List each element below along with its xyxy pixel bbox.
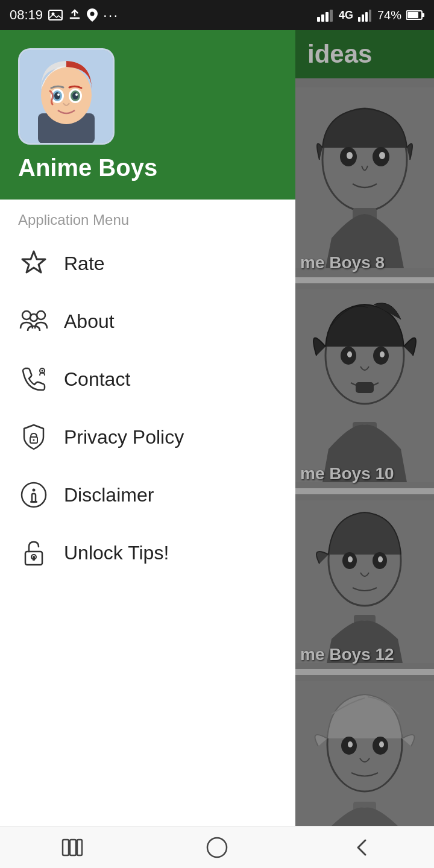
app-avatar-image	[20, 50, 113, 143]
svg-rect-75	[77, 840, 82, 855]
upload-icon	[68, 8, 81, 22]
menu-item-unlock[interactable]: Unlock Tips!	[6, 524, 289, 582]
svg-rect-73	[63, 840, 69, 855]
rate-label: Rate	[64, 253, 105, 275]
svg-point-32	[90, 12, 95, 16]
svg-rect-68	[30, 501, 37, 503]
recent-apps-icon	[61, 838, 83, 857]
menu-item-rate[interactable]: Rate	[6, 234, 289, 292]
info-circle-icon	[19, 480, 48, 509]
status-left: 08:19 ···	[10, 7, 119, 24]
back-icon	[352, 838, 371, 857]
svg-point-76	[207, 838, 227, 857]
disclaimer-label: Disclaimer	[64, 484, 154, 506]
people-icon	[19, 307, 48, 336]
more-icon: ···	[103, 7, 119, 24]
about-label: About	[64, 310, 115, 333]
menu-item-about[interactable]: About	[6, 292, 289, 350]
signal-icon	[317, 8, 334, 22]
drawer-scrim[interactable]	[295, 30, 434, 826]
svg-point-72	[33, 556, 35, 558]
recent-apps-button[interactable]	[48, 832, 96, 863]
network-badge: 4G	[339, 9, 353, 22]
star-icon	[19, 249, 48, 278]
image-icon	[48, 9, 63, 21]
svg-rect-36	[330, 10, 333, 22]
status-bar: 08:19 ··· 4G 74%	[0, 0, 434, 30]
svg-point-52	[54, 92, 60, 99]
lock-open-icon	[19, 538, 48, 567]
contact-label: Contact	[64, 368, 130, 391]
rate-icon	[18, 248, 49, 279]
unlock-label: Unlock Tips!	[64, 542, 169, 564]
unlock-icon	[18, 537, 49, 568]
svg-rect-42	[422, 13, 424, 17]
about-icon	[18, 306, 49, 337]
shield-icon	[19, 423, 48, 451]
svg-rect-29	[49, 10, 62, 20]
privacy-icon	[18, 421, 49, 453]
privacy-label: Privacy Policy	[64, 426, 184, 448]
disclaimer-icon	[18, 479, 49, 511]
svg-rect-33	[317, 17, 320, 22]
svg-point-56	[72, 92, 78, 99]
svg-point-66	[33, 489, 36, 492]
home-button[interactable]	[193, 832, 241, 863]
location-icon	[86, 8, 98, 22]
svg-point-53	[57, 93, 60, 96]
menu-item-contact[interactable]: Contact	[6, 350, 289, 408]
menu-items-list: Rate About	[0, 234, 295, 826]
svg-rect-35	[326, 12, 329, 22]
svg-rect-38	[362, 14, 364, 22]
svg-rect-34	[321, 14, 324, 22]
menu-item-disclaimer[interactable]: Disclaimer	[6, 466, 289, 524]
contact-icon	[18, 363, 49, 395]
status-right: 4G 74%	[317, 8, 424, 22]
svg-rect-37	[358, 17, 360, 22]
time: 08:19	[10, 7, 43, 23]
menu-item-privacy[interactable]: Privacy Policy	[6, 408, 289, 466]
svg-rect-43	[407, 12, 418, 18]
svg-rect-31	[70, 17, 80, 19]
svg-point-60	[30, 314, 37, 321]
battery-text: 74%	[377, 8, 401, 22]
menu-section-label: Application Menu	[18, 212, 129, 228]
home-icon	[206, 836, 228, 859]
svg-rect-67	[32, 494, 36, 502]
svg-point-62	[42, 370, 43, 372]
drawer-header: Anime Boys	[0, 30, 295, 200]
back-button[interactable]	[338, 832, 386, 863]
svg-point-65	[22, 483, 46, 507]
signal2-icon	[358, 8, 373, 22]
navigation-drawer: Anime Boys Application Menu Rate	[0, 30, 295, 826]
svg-rect-40	[369, 10, 371, 22]
svg-rect-39	[365, 12, 368, 22]
menu-section-header: Application Menu	[0, 200, 295, 234]
svg-point-64	[33, 439, 35, 441]
app-avatar	[18, 48, 115, 145]
bottom-nav	[0, 826, 434, 868]
svg-rect-74	[70, 840, 76, 855]
battery-icon	[406, 10, 424, 20]
phone-icon	[19, 365, 48, 394]
svg-point-57	[75, 93, 78, 96]
app-title: Anime Boys	[18, 154, 157, 181]
